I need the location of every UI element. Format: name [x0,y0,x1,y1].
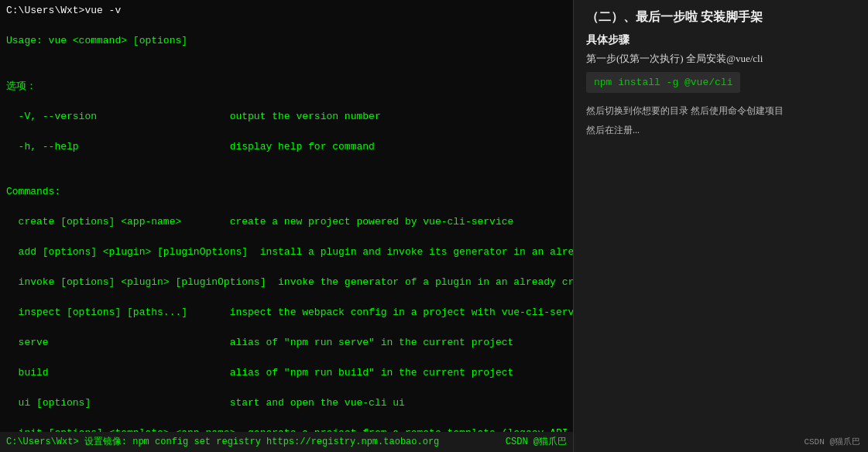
bottom-bar-right: CSDN @猫爪巴 [506,435,567,449]
right-panel-step1-label: 第一步(仅第一次执行) 全局安装@vue/cli [586,52,856,66]
terminal-line-5: -h, --help display help for command [6,139,567,155]
right-panel-section: 具体步骤 [586,33,856,47]
bottom-bar-left: C:\Users\Wxt> 设置镜像: npm config set regis… [6,435,439,449]
terminal-line-13: ui [options] start and open the vue-cli … [6,396,567,411]
terminal-line-9: invoke [options] <plugin> [pluginOptions… [6,275,567,290]
terminal-line-2: Usage: vue <command> [options] [6,33,567,49]
right-panel-step2-text: 然后切换到你想要的目录 然后使用命令创建项目 [586,104,856,118]
terminal-line-11: serve alias of "npm run serve" in the cu… [6,335,567,351]
terminal-panel: C:\Users\Wxt>vue -v Usage: vue <command>… [0,0,573,452]
terminal-line-8: add [options] <plugin> [pluginOptions] i… [6,245,567,260]
main-container: C:\Users\Wxt>vue -v Usage: vue <command>… [0,0,868,452]
terminal-line-10: inspect [options] [paths...] inspect the… [6,305,567,320]
right-panel: （二）、最后一步啦 安装脚手架 具体步骤 第一步(仅第一次执行) 全局安装@vu… [573,0,868,452]
terminal-content: C:\Users\Wxt>vue -v Usage: vue <command>… [6,3,567,452]
csdn-badge: CSDN @猫爪巴 [804,436,860,447]
right-panel-title: （二）、最后一步啦 安装脚手架 [586,9,856,26]
terminal-line-12: build alias of "npm run build" in the cu… [6,365,567,381]
terminal-line-4: -V, --version output the version number [6,109,567,125]
terminal-line-commands: Commands: [6,184,567,200]
right-panel-step3-text: 然后在注册... [586,123,856,138]
terminal-bottom-bar: C:\Users\Wxt> 设置镜像: npm config set regis… [0,432,573,452]
right-panel-step1-code: npm install -g @vue/cli [586,72,740,93]
terminal-line-7: create [options] <app-name> create a new… [6,214,567,230]
terminal-line-1: C:\Users\Wxt>vue -v [6,3,567,19]
terminal-line-options: 选项： [6,79,567,94]
